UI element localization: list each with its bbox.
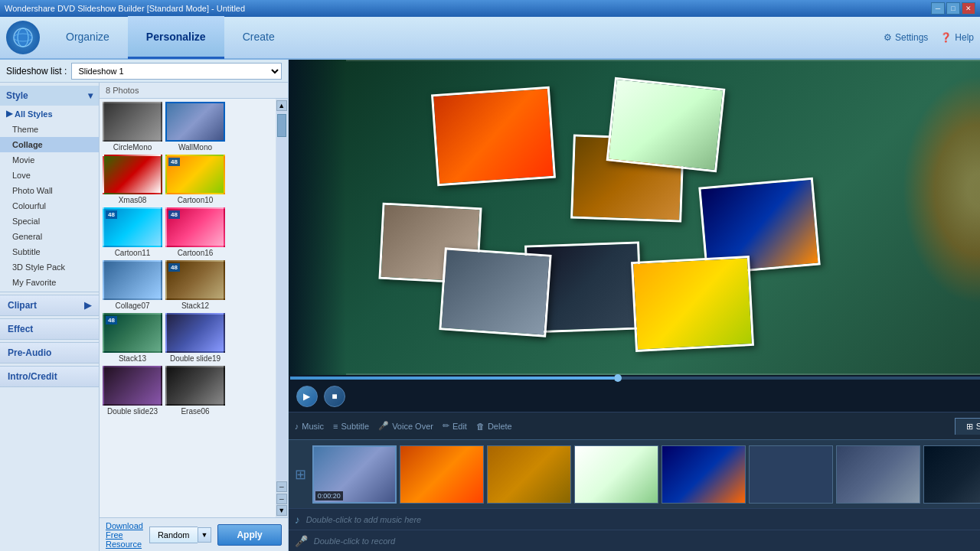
scroll-up-arrow[interactable]: ▲ [276, 100, 287, 111]
scroll-collapse-1[interactable]: ─ [276, 481, 287, 492]
edit-button[interactable]: ✏ Edit [443, 421, 467, 431]
sidebar-item-subtitle[interactable]: Subtitle [0, 244, 99, 259]
style-item-cartoon16[interactable]: 48 Cartoon16 [165, 207, 225, 257]
download-free-resource-link[interactable]: Download Free Resource [106, 521, 143, 549]
style-item-wallmono[interactable]: WallMono [165, 102, 225, 152]
style-item-doubleslide23[interactable]: Double slide23 [103, 366, 162, 416]
controls-row: ▶ ■ 00:00:00 / 00:00:52 4:3 [289, 381, 980, 412]
style-grid-area: 8 Photos CircleMono WallMono Xmas08 48 C… [100, 83, 288, 551]
style-item-cartoon10[interactable]: 48 Cartoon10 [165, 155, 225, 204]
style-item-label-stack13: Stack13 [103, 354, 162, 363]
sidebar-item-3d-style-pack[interactable]: 3D Style Pack [0, 259, 99, 275]
delete-button[interactable]: 🗑 Delete [476, 422, 512, 431]
story-thumb-1[interactable]: 0:00:20 [312, 445, 397, 504]
collage-photo-1 [431, 86, 556, 187]
window-title: Wondershare DVD Slideshow Builder [Stand… [5, 4, 245, 13]
tab-create[interactable]: Create [224, 16, 293, 59]
subtitle-icon: ≡ [333, 422, 338, 431]
sidebar-item-all-styles[interactable]: ▶ All Styles [0, 106, 99, 122]
sidebar-item-colourful[interactable]: Colourful [0, 198, 99, 214]
style-item-erase06[interactable]: Erase06 [165, 366, 225, 416]
scroll-collapse-2[interactable]: ─ [276, 494, 287, 504]
style-item-label-erase06: Erase06 [165, 407, 225, 416]
slideshow-select[interactable]: Slideshow 1 [71, 63, 281, 80]
edit-icon: ✏ [443, 421, 449, 431]
progress-handle[interactable] [614, 374, 622, 382]
clipart-button[interactable]: Clipart ▶ [0, 295, 99, 316]
sidebar-item-photo-wall[interactable]: Photo Wall [0, 183, 99, 198]
play-button[interactable]: ▶ [296, 386, 318, 407]
style-item-label-xmas08: Xmas08 [103, 196, 162, 204]
sidebar-item-collage[interactable]: Collage [0, 137, 99, 152]
random-dropdown-button[interactable]: ▼ [198, 527, 212, 543]
style-item-collage07[interactable]: Collage07 [103, 260, 162, 310]
story-thumb-6[interactable] [749, 445, 833, 504]
sidebar-item-movie[interactable]: Movie [0, 152, 99, 168]
settings-button[interactable]: ⚙ Settings [884, 32, 928, 43]
collage-photo-8 [631, 256, 754, 352]
action-row: Download Free Resource Random ▼ Apply [100, 517, 288, 551]
tab-organize[interactable]: Organize [47, 16, 128, 59]
sidebar-item-love[interactable]: Love [0, 168, 99, 183]
scroll-down-arrow[interactable]: ▼ [276, 505, 287, 516]
all-styles-label: All Styles [15, 109, 53, 119]
style-item-doubleslide19[interactable]: Double slide19 [165, 313, 225, 363]
effect-button[interactable]: Effect [0, 318, 99, 340]
timeline-area: ♪ Music ≡ Subtitle 🎤 Voice Over ✏ Edit 🗑 [289, 412, 980, 551]
story-thumb-5[interactable] [662, 445, 746, 504]
subtitle-tool-button[interactable]: ≡ Subtitle [333, 422, 369, 431]
style-item-stack12[interactable]: 48 Stack12 [165, 260, 225, 310]
style-item-label-cartoon10: Cartoon10 [165, 196, 225, 204]
style-grid: CircleMono WallMono Xmas08 48 Cartoon10 … [100, 99, 276, 517]
voice-over-button[interactable]: 🎤 Voice Over [378, 421, 433, 431]
music-tool-button[interactable]: ♪ Music [295, 422, 324, 431]
stop-button[interactable]: ■ [324, 386, 345, 407]
style-panel-header[interactable]: Style ▾ [0, 86, 99, 106]
style-item-stack13[interactable]: 48 Stack13 [103, 313, 162, 363]
story-thumb-7[interactable] [836, 445, 920, 504]
mic-icon: 🎤 [295, 535, 308, 547]
collage-photo-3 [606, 77, 725, 173]
sidebar-item-theme[interactable]: Theme [0, 122, 99, 137]
apply-button[interactable]: Apply [217, 524, 281, 546]
timeline-left-icon: ⊞ [295, 466, 306, 483]
music-label: Music [302, 422, 324, 431]
pre-audio-button[interactable]: Pre-Audio [0, 342, 99, 364]
style-item-xmas08[interactable]: Xmas08 [103, 155, 162, 204]
story-thumb-8[interactable] [923, 445, 980, 504]
minimize-button[interactable]: ─ [931, 2, 945, 15]
tab-personalize[interactable]: Personalize [128, 16, 224, 59]
main-content: Slideshow list : Slideshow 1 Style ▾ ▶ A… [0, 60, 980, 551]
add-music-hint[interactable]: Double-click to add music here [306, 515, 421, 524]
preview-content [289, 60, 980, 375]
story-thumb-4[interactable] [574, 445, 658, 504]
style-grid-container: CircleMono WallMono Xmas08 48 Cartoon10 … [100, 99, 288, 517]
scroll-track [276, 111, 287, 481]
intro-credit-button[interactable]: Intro/Credit [0, 366, 99, 387]
sidebar-item-general[interactable]: General [0, 229, 99, 244]
random-main-button[interactable]: Random [149, 527, 198, 543]
slideshow-row: Slideshow list : Slideshow 1 [0, 60, 288, 83]
close-button[interactable]: ✕ [962, 2, 975, 15]
random-button: Random ▼ [149, 527, 212, 543]
tab-storyboard[interactable]: ⊞ Storyboard [955, 418, 980, 435]
progress-track[interactable] [290, 377, 980, 380]
help-icon: ❓ [940, 32, 952, 43]
style-item-cartoon11[interactable]: 48 Cartoon11 [103, 207, 162, 257]
voice-row: 🎤 Double-click to record [289, 530, 980, 551]
progress-fill [290, 377, 614, 380]
restore-button[interactable]: □ [946, 2, 960, 15]
timeline-icon[interactable]: ⊞ [295, 466, 306, 483]
style-item-circlemono[interactable]: CircleMono [103, 102, 162, 152]
scroll-thumb[interactable] [277, 114, 286, 137]
sidebar-item-my-favorite[interactable]: My Favorite [0, 275, 99, 290]
story-thumb-3[interactable] [487, 445, 571, 504]
style-item-thumb-doubleslide23 [103, 366, 162, 406]
story-thumb-2[interactable] [400, 445, 484, 504]
microphone-icon: 🎤 [378, 421, 389, 431]
bg-flower-decor [902, 75, 980, 305]
help-button[interactable]: ❓ Help [940, 32, 974, 43]
sidebar-item-special[interactable]: Special [0, 214, 99, 229]
preview-top-line [346, 60, 980, 61]
add-record-hint[interactable]: Double-click to record [314, 536, 395, 546]
